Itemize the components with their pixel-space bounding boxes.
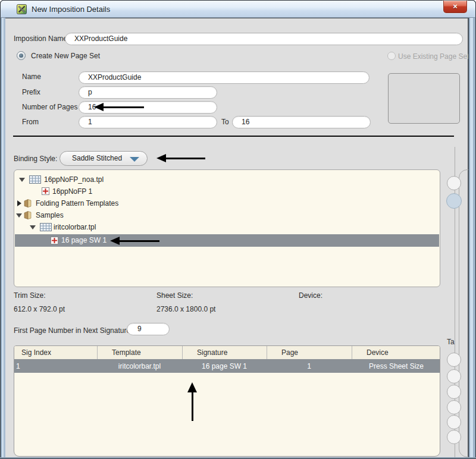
window-border-right bbox=[468, 17, 476, 458]
annotation-arrow-tree-selection bbox=[120, 240, 159, 242]
app-icon bbox=[17, 4, 27, 14]
trim-size-label: Trim Size: bbox=[14, 291, 46, 300]
prefix-label: Prefix bbox=[22, 88, 40, 96]
template-tree: 16ppNoFP_noa.tpl 16ppNoFP 1 Folding Patt… bbox=[14, 169, 440, 287]
sheet-size-value: 2736.0 x 1800.0 pt bbox=[156, 305, 215, 313]
to-label: To bbox=[221, 118, 229, 126]
create-new-page-set-label: Create New Page Set bbox=[31, 52, 100, 60]
cell-signature: 16 page SW 1 bbox=[182, 362, 267, 370]
first-page-next-signature-label: First Page Number in Next Signature: bbox=[14, 326, 132, 335]
binding-style-value: Saddle Stitched bbox=[72, 154, 122, 162]
sheet-size-label: Sheet Size: bbox=[156, 291, 193, 300]
signature-table: Sig Index Template Signature Page Device… bbox=[14, 345, 440, 457]
rail-button-6[interactable] bbox=[447, 400, 461, 414]
template-grid-icon bbox=[29, 175, 41, 184]
rail-button-8[interactable] bbox=[447, 430, 461, 444]
binding-style-label: Binding Style: bbox=[14, 155, 57, 163]
use-existing-page-set-radio[interactable] bbox=[387, 52, 396, 60]
signature-icon bbox=[42, 187, 49, 195]
cell-page: 1 bbox=[267, 362, 352, 370]
cell-device: Press Sheet Size bbox=[352, 362, 440, 370]
imposition-name-label: Imposition Name bbox=[14, 34, 67, 43]
create-new-page-set-radio[interactable] bbox=[17, 51, 26, 60]
tree-item-samples[interactable]: Samples bbox=[14, 209, 440, 221]
tree-item-iritcolorbar[interactable]: iritcolorbar.tpl bbox=[14, 221, 440, 233]
column-header-signature[interactable]: Signature bbox=[182, 346, 267, 359]
cell-sig-index: 1 bbox=[14, 362, 97, 370]
folder-icon bbox=[23, 210, 32, 220]
tree-item-signature[interactable]: 16ppNoFP 1 bbox=[14, 186, 440, 197]
rail-button-1[interactable] bbox=[447, 176, 461, 190]
to-input[interactable]: 16 bbox=[232, 116, 371, 128]
device-label: Device: bbox=[299, 291, 322, 300]
tree-expand-caret-icon[interactable] bbox=[19, 178, 25, 182]
prefix-input[interactable]: p bbox=[79, 86, 217, 99]
column-header-page[interactable]: Page bbox=[267, 346, 352, 359]
template-grid-icon bbox=[40, 223, 52, 231]
tree-expand-caret-icon[interactable] bbox=[16, 213, 22, 218]
tree-item-label: Samples bbox=[36, 211, 64, 219]
close-icon: × bbox=[453, 2, 458, 11]
close-button[interactable]: × bbox=[443, 1, 467, 13]
tree-item-label: 16 page SW 1 bbox=[61, 236, 107, 244]
cell-template: iritcolorbar.tpl bbox=[97, 362, 182, 370]
tree-item-label: 16ppNoFP_noa.tpl bbox=[44, 175, 104, 184]
annotation-arrow-number-of-pages bbox=[104, 106, 144, 108]
tree-item-label: iritcolorbar.tpl bbox=[54, 223, 96, 231]
use-existing-page-set-label: Use Existing Page Set bbox=[398, 52, 469, 61]
annotation-arrow-binding-style bbox=[166, 158, 205, 159]
rail-button-4[interactable] bbox=[447, 369, 461, 383]
tree-item-16-page-sw-1-selected[interactable]: 16 page SW 1 bbox=[15, 234, 439, 247]
rail-button-2[interactable] bbox=[446, 193, 462, 209]
column-header-device[interactable]: Device bbox=[352, 346, 440, 359]
annotation-arrow-table-row bbox=[192, 392, 193, 421]
window-title: New Imposition Details bbox=[32, 5, 110, 14]
folder-icon bbox=[23, 199, 32, 208]
imposition-name-input[interactable]: XXProductGuide bbox=[65, 33, 463, 45]
tree-item-label: 16ppNoFP 1 bbox=[52, 187, 92, 196]
name-input[interactable]: XXProductGuide bbox=[79, 71, 369, 84]
page-set-preview bbox=[388, 73, 460, 124]
signature-icon bbox=[51, 237, 58, 244]
tree-item-label: Folding Pattern Templates bbox=[36, 199, 118, 208]
window-border-left bbox=[0, 17, 5, 458]
binding-style-dropdown[interactable]: Saddle Stitched bbox=[60, 151, 148, 166]
chevron-down-icon bbox=[130, 157, 139, 162]
name-label: Name bbox=[22, 73, 41, 81]
trim-size-value: 612.0 x 792.0 pt bbox=[14, 305, 65, 313]
tree-item-folding-pattern-templates[interactable]: Folding Pattern Templates bbox=[14, 197, 440, 209]
title-bar: New Imposition Details × bbox=[0, 0, 476, 18]
table-row-selected[interactable]: 1 iritcolorbar.tpl 16 page SW 1 1 Press … bbox=[14, 359, 440, 373]
section-divider bbox=[13, 136, 454, 137]
first-page-next-signature-input[interactable]: 9 bbox=[127, 323, 170, 335]
rail-button-5[interactable] bbox=[447, 385, 461, 399]
rail-button-3[interactable] bbox=[447, 353, 461, 367]
column-header-template[interactable]: Template bbox=[97, 346, 182, 359]
tree-expand-caret-icon[interactable] bbox=[30, 225, 36, 230]
from-label: From bbox=[22, 118, 39, 126]
rail-button-7[interactable] bbox=[447, 415, 461, 429]
column-header-sig-index[interactable]: Sig Index bbox=[14, 346, 97, 359]
tree-item-template[interactable]: 16ppNoFP_noa.tpl bbox=[14, 174, 440, 186]
number-of-pages-label: Number of Pages bbox=[22, 103, 77, 111]
signature-table-header: Sig Index Template Signature Page Device bbox=[14, 346, 440, 359]
tree-collapse-caret-icon[interactable] bbox=[17, 200, 21, 206]
rail-truncated-label: Ta bbox=[447, 338, 455, 346]
from-input[interactable]: 1 bbox=[79, 116, 217, 128]
